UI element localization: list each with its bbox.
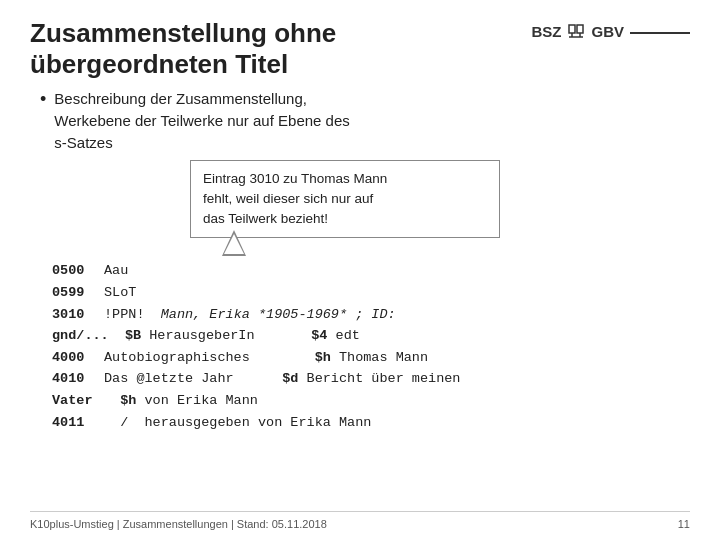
field-code: 4010 [52, 368, 104, 390]
footer-left: K10plus-Umstieg | Zusammenstellungen | S… [30, 518, 327, 530]
footer-page-number: 11 [678, 518, 690, 530]
data-row-4010: 4010 Das @letzte Jahr $d Bericht über me… [52, 368, 690, 390]
tooltip-box: Eintrag 3010 zu Thomas Mann fehlt, weil … [190, 160, 500, 239]
tooltip-container: Eintrag 3010 zu Thomas Mann fehlt, weil … [190, 160, 500, 239]
bullet-item: • Beschreibung der Zusammenstellung, Wer… [40, 88, 690, 153]
data-section: 0500 Aau 0599 SLoT 3010 !PPN! Mann, Erik… [30, 260, 690, 433]
logo-gbv: GBV [591, 23, 624, 40]
data-row-vater: Vater $h von Erika Mann [52, 390, 690, 412]
field-value: !PPN! Mann, Erika *1905-1969* ; ID: [104, 304, 396, 326]
field-value: Autobiographisches $h Thomas Mann [104, 347, 428, 369]
field-value: Das @letzte Jahr $d Bericht über meinen [104, 368, 460, 390]
data-row-4000: 4000 Autobiographisches $h Thomas Mann [52, 347, 690, 369]
svg-marker-6 [224, 234, 244, 254]
data-row-3010: 3010 !PPN! Mann, Erika *1905-1969* ; ID: [52, 304, 690, 326]
bullet-dot: • [40, 88, 46, 153]
field-code: 4011 [52, 412, 104, 434]
logo-area: BSZ GBV [531, 18, 690, 40]
footer: K10plus-Umstieg | Zusammenstellungen | S… [30, 511, 690, 530]
field-code: 0599 [52, 282, 104, 304]
header: Zusammenstellung ohne übergeordneten Tit… [30, 18, 690, 80]
logo-icon [567, 22, 585, 40]
svg-rect-1 [577, 25, 583, 33]
field-code: 4000 [52, 347, 104, 369]
tooltip-wrapper: Eintrag 3010 zu Thomas Mann fehlt, weil … [190, 160, 690, 239]
tooltip-arrow [220, 230, 248, 260]
field-code: 0500 [52, 260, 104, 282]
page: Zusammenstellung ohne übergeordneten Tit… [0, 0, 720, 540]
field-code: gnd/... [52, 325, 109, 347]
field-value: SLoT [104, 282, 136, 304]
data-row-gnd: gnd/... $B HerausgeberIn $4 edt [52, 325, 690, 347]
field-value: $B HerausgeberIn $4 edt [109, 325, 360, 347]
field-code: 3010 [52, 304, 104, 326]
field-value: Aau [104, 260, 128, 282]
svg-rect-0 [569, 25, 575, 33]
data-row-0500: 0500 Aau [52, 260, 690, 282]
logo-bsz: BSZ [531, 23, 561, 40]
data-row-0599: 0599 SLoT [52, 282, 690, 304]
title-block: Zusammenstellung ohne übergeordneten Tit… [30, 18, 531, 80]
bullet-text: Beschreibung der Zusammenstellung, Werke… [54, 88, 349, 153]
logo-separator [630, 32, 690, 34]
field-value: $h von Erika Mann [104, 390, 258, 412]
field-value: / herausgegeben von Erika Mann [104, 412, 371, 434]
bullet-section: • Beschreibung der Zusammenstellung, Wer… [30, 88, 690, 153]
page-title: Zusammenstellung ohne übergeordneten Tit… [30, 18, 531, 80]
field-code: Vater [52, 390, 104, 412]
data-row-4011: 4011 / herausgegeben von Erika Mann [52, 412, 690, 434]
